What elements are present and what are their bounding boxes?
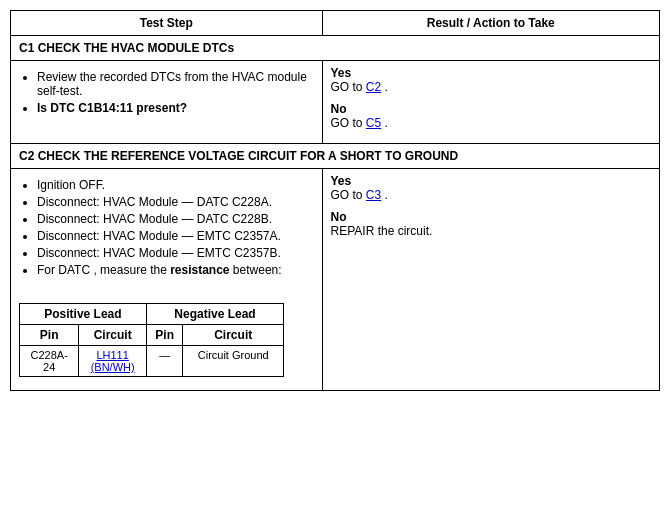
table-row: C228A-24 LH111(BN/WH) — Circuit Ground xyxy=(20,346,284,377)
col-header-test-step: Test Step xyxy=(11,11,323,36)
section1-header: C1 CHECK THE HVAC MODULE DTCs xyxy=(11,36,660,61)
s2-yes-period: . xyxy=(381,188,388,202)
circuit-value-1: LH111(BN/WH) xyxy=(79,346,147,377)
neg-lead-header: Negative Lead xyxy=(146,304,283,325)
section2-results: Yes GO to C3 . No REPAIR the circuit. xyxy=(322,169,659,391)
s2-step2: Disconnect: HVAC Module — DATC C228A. xyxy=(37,195,272,209)
s2-result-no-block: No REPAIR the circuit. xyxy=(331,210,651,238)
list-item: Disconnect: HVAC Module — DATC C228A. xyxy=(37,195,314,209)
section2-header: C2 CHECK THE REFERENCE VOLTAGE CIRCUIT F… xyxy=(11,144,660,169)
c3-link[interactable]: C3 xyxy=(366,188,381,202)
section2-steps: Ignition OFF. Disconnect: HVAC Module — … xyxy=(11,169,323,391)
yes-period: . xyxy=(381,80,388,94)
result-yes-block: Yes GO to C2 . xyxy=(331,66,651,94)
pin-value-2: — xyxy=(146,346,182,377)
s2-step1: Ignition OFF. xyxy=(37,178,105,192)
no-label: No xyxy=(331,102,347,116)
s2-yes-label: Yes xyxy=(331,174,352,188)
main-table: Test Step Result / Action to Take C1 CHE… xyxy=(10,10,660,391)
yes-action: GO to xyxy=(331,80,366,94)
s2-step3: Disconnect: HVAC Module — DATC C228B. xyxy=(37,212,272,226)
circuit-value-2: Circuit Ground xyxy=(183,346,284,377)
s2-no-action: REPAIR the circuit. xyxy=(331,224,433,238)
list-item: Disconnect: HVAC Module — DATC C228B. xyxy=(37,212,314,226)
pin-header-1: Pin xyxy=(20,325,79,346)
section1-steps: Review the recorded DTCs from the HVAC m… xyxy=(11,61,323,144)
pin-header-2: Pin xyxy=(146,325,182,346)
s2-step6-pre: For DATC , measure the resistance betwee… xyxy=(37,263,282,277)
list-item: Ignition OFF. xyxy=(37,178,314,192)
list-item: Disconnect: HVAC Module — EMTC C2357B. xyxy=(37,246,314,260)
no-action: GO to xyxy=(331,116,366,130)
list-item: Review the recorded DTCs from the HVAC m… xyxy=(37,70,314,98)
s2-yes-action: GO to xyxy=(331,188,366,202)
s2-step4: Disconnect: HVAC Module — EMTC C2357A. xyxy=(37,229,281,243)
list-item: For DATC , measure the resistance betwee… xyxy=(37,263,314,277)
s2-result-yes-block: Yes GO to C3 . xyxy=(331,174,651,202)
s2-step5: Disconnect: HVAC Module — EMTC C2357B. xyxy=(37,246,281,260)
circuit-header-1: Circuit xyxy=(79,325,147,346)
pos-lead-header: Positive Lead xyxy=(20,304,147,325)
col-header-result: Result / Action to Take xyxy=(322,11,659,36)
list-item: Is DTC C1B14:11 present? xyxy=(37,101,314,115)
circuit-link[interactable]: LH111(BN/WH) xyxy=(91,349,135,373)
pin-value-1: C228A-24 xyxy=(20,346,79,377)
section1-results: Yes GO to C2 . No GO to C5 . xyxy=(322,61,659,144)
yes-label: Yes xyxy=(331,66,352,80)
step1-text: Review the recorded DTCs from the HVAC m… xyxy=(37,70,307,98)
c5-link[interactable]: C5 xyxy=(366,116,381,130)
c2-link[interactable]: C2 xyxy=(366,80,381,94)
inner-table: Positive Lead Negative Lead Pin Circuit … xyxy=(19,303,284,377)
circuit-header-2: Circuit xyxy=(183,325,284,346)
step2-text: Is DTC C1B14:11 present? xyxy=(37,101,187,115)
no-period: . xyxy=(381,116,388,130)
list-item: Disconnect: HVAC Module — EMTC C2357A. xyxy=(37,229,314,243)
result-no-block: No GO to C5 . xyxy=(331,102,651,130)
s2-no-label: No xyxy=(331,210,347,224)
